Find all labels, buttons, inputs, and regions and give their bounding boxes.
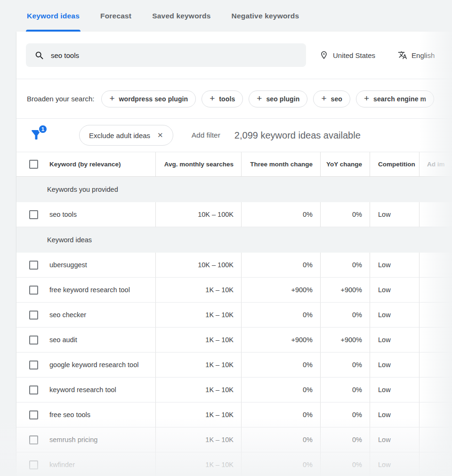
avg-monthly-searches-cell: 1K – 10K — [155, 378, 241, 402]
keyword-cell: seo checker — [49, 311, 86, 319]
broaden-chip[interactable]: + seo — [313, 90, 350, 107]
row-checkbox[interactable] — [29, 410, 38, 419]
avg-monthly-searches-cell: 1K – 10K — [155, 328, 241, 352]
row-checkbox[interactable] — [29, 460, 38, 469]
tab-keyword-ideas[interactable]: Keyword ideas — [27, 0, 80, 32]
three-month-change-cell: 0% — [241, 303, 320, 327]
col-yoy-change[interactable]: YoY change — [320, 152, 370, 176]
broaden-label: Broaden your search: — [27, 95, 94, 103]
ad-impression-share-cell — [419, 353, 452, 377]
section-title: Keyword ideas — [47, 236, 92, 244]
row-checkbox[interactable] — [29, 435, 38, 444]
yoy-change-cell: 0% — [320, 402, 370, 427]
table-row[interactable]: keyword research tool 1K – 10K 0% 0% Low — [16, 378, 452, 402]
three-month-change-cell: 0% — [241, 202, 320, 227]
keyword-cell: kwfinder — [49, 461, 75, 468]
broaden-chip-label: tools — [219, 95, 235, 103]
table-header-row: Keyword (by relevance) Avg. monthly sear… — [16, 152, 452, 177]
add-filter-button[interactable]: Add filter — [192, 131, 220, 140]
yoy-change-cell: 0% — [320, 452, 370, 476]
location-selector[interactable]: United States — [319, 50, 375, 60]
table-row[interactable]: free seo tools 1K – 10K 0% 0% Low — [16, 402, 452, 427]
yoy-change-cell: 0% — [320, 378, 370, 402]
tab-label: Saved keywords — [152, 12, 210, 20]
remove-filter-icon[interactable]: ✕ — [157, 131, 163, 140]
ad-impression-share-cell — [419, 303, 452, 327]
row-checkbox[interactable] — [29, 261, 38, 270]
location-value: United States — [333, 51, 375, 59]
content-card: seo tools United States English Broaden … — [16, 32, 452, 476]
competition-cell: Low — [370, 452, 419, 476]
table-row[interactable]: ubersuggest 10K – 100K 0% 0% Low — [16, 253, 452, 278]
keyword-cell: keyword research tool — [49, 386, 116, 394]
table-body: Keywords you provided seo tools 10K – 10… — [16, 177, 452, 476]
broaden-chip-label: search engine m — [373, 95, 426, 103]
keyword-planner-page: Keyword ideas Forecast Saved keywords Ne… — [0, 0, 452, 476]
three-month-change-cell: +900% — [241, 278, 320, 302]
table-row[interactable]: seo tools 10K – 100K 0% 0% Low — [16, 202, 452, 227]
table-row[interactable]: seo checker 1K – 10K 0% 0% Low — [16, 303, 452, 328]
ad-impression-share-cell — [419, 427, 452, 452]
col-competition[interactable]: Competition — [370, 152, 419, 176]
avg-monthly-searches-cell: 1K – 10K — [155, 303, 241, 327]
three-month-change-cell: +900% — [241, 328, 320, 352]
avg-monthly-searches-cell: 1K – 10K — [155, 427, 241, 452]
results-count: 2,099 keyword ideas available — [234, 130, 361, 141]
yoy-change-cell: 0% — [320, 353, 370, 377]
competition-cell: Low — [370, 402, 419, 427]
competition-cell: Low — [370, 202, 419, 227]
table-row[interactable]: free keyword research tool 1K – 10K +900… — [16, 278, 452, 303]
competition-cell: Low — [370, 278, 419, 302]
table-row[interactable]: seo audit 1K – 10K +900% +900% Low — [16, 328, 452, 353]
yoy-change-cell: 0% — [320, 303, 370, 327]
keyword-cell: seo audit — [49, 336, 77, 344]
row-checkbox[interactable] — [29, 286, 38, 295]
section-title: Keywords you provided — [47, 186, 118, 193]
yoy-change-cell: 0% — [320, 202, 370, 227]
col-avg-monthly-searches[interactable]: Avg. monthly searches — [155, 152, 241, 176]
search-query: seo tools — [51, 51, 79, 59]
col-three-month-change[interactable]: Three month change — [241, 152, 320, 176]
table-row[interactable]: semrush pricing 1K – 10K 0% 0% Low — [16, 427, 452, 452]
row-checkbox[interactable] — [29, 361, 38, 369]
active-filter-chip[interactable]: Exclude adult ideas ✕ — [79, 125, 173, 146]
broaden-chip[interactable]: + wordpress seo plugin — [101, 90, 196, 107]
tab-forecast[interactable]: Forecast — [100, 0, 131, 32]
competition-cell: Low — [370, 253, 419, 277]
row-checkbox[interactable] — [29, 311, 38, 320]
table-row[interactable]: kwfinder 1K – 10K 0% 0% Low — [16, 452, 452, 476]
tab-label: Forecast — [100, 12, 131, 20]
avg-monthly-searches-cell: 10K – 100K — [155, 253, 241, 277]
broaden-chip[interactable]: + tools — [202, 90, 243, 107]
keyword-cell: free keyword research tool — [49, 286, 130, 294]
broaden-chip[interactable]: + seo plugin — [249, 90, 307, 107]
tab-saved-keywords[interactable]: Saved keywords — [152, 0, 210, 32]
plus-icon: + — [210, 94, 215, 103]
col-keyword[interactable]: Keyword (by relevance) — [49, 161, 121, 168]
broaden-chip-label: seo plugin — [266, 95, 299, 103]
yoy-change-cell: 0% — [320, 253, 370, 277]
search-input[interactable]: seo tools — [26, 43, 306, 67]
yoy-change-cell: +900% — [320, 278, 370, 302]
row-checkbox[interactable] — [29, 386, 38, 394]
keyword-cell: ubersuggest — [49, 261, 87, 269]
competition-cell: Low — [370, 303, 419, 327]
select-all-checkbox[interactable] — [29, 160, 38, 169]
avg-monthly-searches-cell: 1K – 10K — [155, 353, 241, 377]
row-checkbox[interactable] — [29, 336, 38, 345]
active-filter-label: Exclude adult ideas — [89, 131, 150, 140]
keyword-cell: seo tools — [49, 211, 77, 218]
filter-button[interactable]: 1 — [29, 128, 43, 143]
col-ad-impression-share[interactable]: Ad im — [419, 152, 452, 176]
ad-impression-share-cell — [419, 378, 452, 402]
broaden-search-row: Broaden your search: + wordpress seo plu… — [16, 79, 452, 119]
broaden-chip[interactable]: + search engine m — [356, 90, 434, 107]
language-selector[interactable]: English — [398, 50, 435, 60]
tab-negative-keywords[interactable]: Negative keywords — [232, 0, 299, 32]
location-pin-icon — [319, 50, 329, 60]
row-checkbox[interactable] — [29, 210, 38, 219]
broaden-chip-label: wordpress seo plugin — [119, 95, 188, 103]
tab-label: Keyword ideas — [27, 12, 80, 20]
table-row[interactable]: google keyword research tool 1K – 10K 0%… — [16, 353, 452, 378]
plus-icon: + — [109, 94, 114, 103]
